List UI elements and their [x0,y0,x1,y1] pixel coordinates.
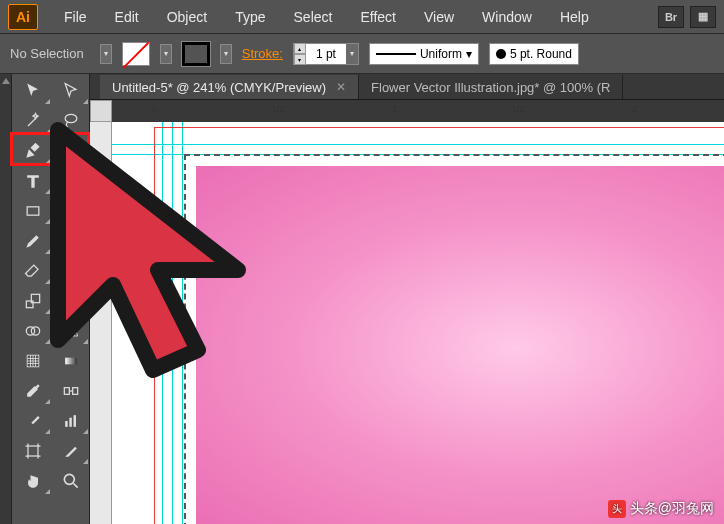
profile-label: Uniform [420,47,462,61]
menu-object[interactable]: Object [153,9,221,25]
svg-rect-11 [65,421,68,427]
menu-edit[interactable]: Edit [101,9,153,25]
curvature-pen-tool[interactable] [52,136,89,165]
menu-file[interactable]: File [50,9,101,25]
svg-rect-13 [73,415,76,427]
close-icon[interactable]: ✕ [336,80,346,94]
svg-rect-3 [26,301,33,308]
tab-label: Untitled-5* @ 241% (CMYK/Preview) [112,80,326,95]
slice-tool[interactable] [52,436,89,465]
svg-rect-8 [65,357,77,364]
svg-rect-1 [27,206,39,214]
blob-brush-tool[interactable] [52,226,89,255]
magic-wand-tool[interactable] [14,106,51,135]
menubar: Ai File Edit Object Type Select Effect V… [0,0,724,34]
selection-label: No Selection [10,46,84,61]
blend-tool[interactable] [52,376,89,405]
zoom-tool[interactable] [52,466,89,495]
stroke-label[interactable]: Stroke: [242,46,283,61]
bridge-button[interactable]: Br [658,6,684,28]
svg-rect-12 [69,417,72,426]
canvas[interactable] [112,122,724,524]
svg-rect-9 [64,387,69,394]
control-bar: No Selection ▾ ▾ ▾ Stroke: ▴▾ 1 pt ▾ Uni… [0,34,724,74]
stroke-weight-value[interactable]: 1 pt [306,47,346,61]
stroke-swatch[interactable] [182,42,210,66]
artboard-tool[interactable] [14,436,51,465]
menu-window[interactable]: Window [468,9,546,25]
tab-flower[interactable]: Flower Vector Illustration.jpg* @ 100% (… [359,75,623,99]
menu-select[interactable]: Select [280,9,347,25]
svg-rect-10 [72,387,77,394]
paintbrush-tool[interactable] [52,196,89,225]
svg-point-6 [31,326,39,334]
watermark-logo-icon: 头 [608,500,626,518]
eyedropper-tool[interactable] [14,376,51,405]
selection-tool[interactable] [14,76,51,105]
variable-width-profile[interactable]: Uniform ▾ [369,43,479,65]
type-tool[interactable] [14,166,51,195]
column-graph-tool[interactable] [52,406,89,435]
svg-rect-14 [28,446,38,456]
hand-tool[interactable] [14,466,51,495]
tab-untitled[interactable]: Untitled-5* @ 241% (CMYK/Preview) ✕ [100,75,359,99]
panel-collapse-left[interactable] [0,74,12,524]
ruler-origin[interactable] [90,100,112,122]
direct-selection-tool[interactable] [52,76,89,105]
line-segment-tool[interactable] [52,166,89,195]
document-tabs: Untitled-5* @ 241% (CMYK/Preview) ✕ Flow… [90,74,724,100]
svg-point-15 [64,474,74,484]
symbol-sprayer-tool[interactable] [14,406,51,435]
arrange-button[interactable]: ▦ [690,6,716,28]
fill-dropdown[interactable]: ▾ [160,44,172,64]
rotate-tool[interactable] [52,256,89,285]
stroke-weight-input[interactable]: ▴▾ 1 pt ▾ [293,43,359,65]
fill-swatch[interactable] [122,42,150,66]
pen-tool[interactable] [14,136,51,165]
scale-tool[interactable] [14,286,51,315]
menu-type[interactable]: Type [221,9,279,25]
toolbox [12,74,90,524]
rectangle-tool[interactable] [14,196,51,225]
width-tool[interactable] [52,286,89,315]
brush-definition[interactable]: 5 pt. Round [489,43,579,65]
eraser-tool[interactable] [14,256,51,285]
watermark: 头 头条@羽兔网 [608,500,714,518]
lasso-tool[interactable] [52,106,89,135]
tab-label: Flower Vector Illustration.jpg* @ 100% (… [371,80,610,95]
menu-effect[interactable]: Effect [346,9,410,25]
artwork-pink-rect[interactable] [196,166,724,524]
brush-label: 5 pt. Round [510,47,572,61]
watermark-text: 头条@羽兔网 [630,500,714,518]
stroke-dropdown[interactable]: ▾ [220,44,232,64]
gradient-tool[interactable] [52,346,89,375]
menu-view[interactable]: View [410,9,468,25]
menu-help[interactable]: Help [546,9,603,25]
svg-point-0 [65,114,77,122]
selection-dropdown[interactable]: ▾ [100,44,112,64]
perspective-grid-tool[interactable] [52,316,89,345]
shape-builder-tool[interactable] [14,316,51,345]
pencil-tool[interactable] [14,226,51,255]
mesh-tool[interactable] [14,346,51,375]
app-logo: Ai [8,4,38,30]
vertical-ruler[interactable] [90,122,112,524]
